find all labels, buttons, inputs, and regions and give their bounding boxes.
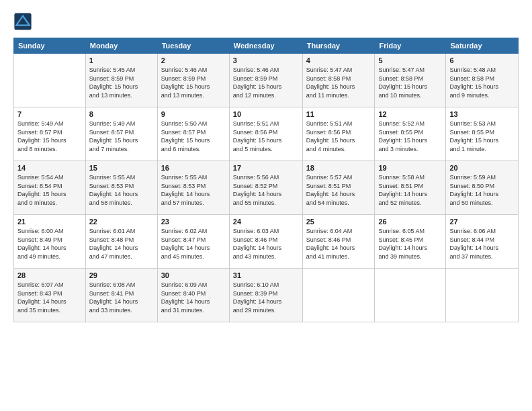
calendar-cell: 2Sunrise: 5:46 AM Sunset: 8:59 PM Daylig… bbox=[157, 54, 229, 107]
day-info: Sunrise: 6:02 AM Sunset: 8:47 PM Dayligh… bbox=[161, 227, 226, 261]
day-number: 14 bbox=[17, 164, 82, 172]
day-info: Sunrise: 6:04 AM Sunset: 8:46 PM Dayligh… bbox=[306, 227, 371, 261]
day-number: 22 bbox=[89, 218, 154, 226]
calendar-cell: 13Sunrise: 5:53 AM Sunset: 8:55 PM Dayli… bbox=[446, 107, 519, 161]
header bbox=[13, 12, 519, 31]
day-info: Sunrise: 5:46 AM Sunset: 8:59 PM Dayligh… bbox=[233, 66, 299, 99]
calendar-cell: 26Sunrise: 6:05 AM Sunset: 8:45 PM Dayli… bbox=[375, 215, 446, 269]
day-info: Sunrise: 6:05 AM Sunset: 8:45 PM Dayligh… bbox=[378, 227, 442, 261]
day-number: 2 bbox=[161, 56, 226, 64]
calendar-week-row: 28Sunrise: 6:07 AM Sunset: 8:43 PM Dayli… bbox=[14, 269, 519, 322]
calendar-week-row: 21Sunrise: 6:00 AM Sunset: 8:49 PM Dayli… bbox=[14, 215, 519, 269]
calendar-week-row: 7Sunrise: 5:49 AM Sunset: 8:57 PM Daylig… bbox=[14, 107, 519, 161]
day-info: Sunrise: 6:09 AM Sunset: 8:40 PM Dayligh… bbox=[161, 281, 226, 314]
day-number: 18 bbox=[306, 164, 371, 172]
day-info: Sunrise: 5:47 AM Sunset: 8:58 PM Dayligh… bbox=[306, 66, 371, 99]
calendar-cell: 17Sunrise: 5:56 AM Sunset: 8:52 PM Dayli… bbox=[229, 161, 302, 215]
calendar-cell: 24Sunrise: 6:03 AM Sunset: 8:46 PM Dayli… bbox=[229, 215, 302, 269]
calendar-cell: 7Sunrise: 5:49 AM Sunset: 8:57 PM Daylig… bbox=[14, 107, 86, 161]
day-info: Sunrise: 5:52 AM Sunset: 8:55 PM Dayligh… bbox=[378, 120, 442, 153]
day-number: 26 bbox=[378, 218, 442, 226]
day-number: 7 bbox=[17, 110, 82, 118]
day-info: Sunrise: 5:49 AM Sunset: 8:57 PM Dayligh… bbox=[89, 120, 154, 153]
calendar-cell: 10Sunrise: 5:51 AM Sunset: 8:56 PM Dayli… bbox=[229, 107, 302, 161]
day-info: Sunrise: 5:49 AM Sunset: 8:57 PM Dayligh… bbox=[17, 120, 82, 153]
calendar-cell: 9Sunrise: 5:50 AM Sunset: 8:57 PM Daylig… bbox=[157, 107, 229, 161]
calendar-week-row: 1Sunrise: 5:45 AM Sunset: 8:59 PM Daylig… bbox=[14, 54, 519, 107]
day-number: 5 bbox=[378, 56, 442, 64]
calendar-cell: 1Sunrise: 5:45 AM Sunset: 8:59 PM Daylig… bbox=[85, 54, 157, 107]
day-number: 10 bbox=[233, 110, 299, 118]
day-number: 27 bbox=[449, 218, 515, 226]
day-number: 16 bbox=[161, 164, 226, 172]
day-info: Sunrise: 5:53 AM Sunset: 8:55 PM Dayligh… bbox=[449, 120, 515, 153]
day-number: 17 bbox=[233, 164, 299, 172]
calendar-cell: 31Sunrise: 6:10 AM Sunset: 8:39 PM Dayli… bbox=[229, 269, 302, 322]
calendar-cell bbox=[302, 269, 375, 322]
page: SundayMondayTuesdayWednesdayThursdayFrid… bbox=[0, 0, 532, 411]
day-number: 20 bbox=[449, 164, 515, 172]
day-number: 29 bbox=[89, 271, 154, 279]
weekday-header-sunday: Sunday bbox=[14, 38, 86, 54]
day-number: 3 bbox=[233, 56, 299, 64]
day-number: 24 bbox=[233, 218, 299, 226]
day-number: 9 bbox=[161, 110, 226, 118]
calendar-cell: 15Sunrise: 5:55 AM Sunset: 8:53 PM Dayli… bbox=[85, 161, 157, 215]
calendar-cell: 21Sunrise: 6:00 AM Sunset: 8:49 PM Dayli… bbox=[14, 215, 86, 269]
day-number: 31 bbox=[233, 271, 299, 279]
day-info: Sunrise: 6:06 AM Sunset: 8:44 PM Dayligh… bbox=[449, 227, 515, 261]
day-number: 21 bbox=[17, 218, 82, 226]
calendar-cell: 27Sunrise: 6:06 AM Sunset: 8:44 PM Dayli… bbox=[446, 215, 519, 269]
day-number: 28 bbox=[17, 271, 82, 279]
day-number: 13 bbox=[449, 110, 515, 118]
calendar-cell: 25Sunrise: 6:04 AM Sunset: 8:46 PM Dayli… bbox=[302, 215, 375, 269]
weekday-header-tuesday: Tuesday bbox=[157, 38, 229, 54]
day-info: Sunrise: 5:46 AM Sunset: 8:59 PM Dayligh… bbox=[161, 66, 226, 99]
day-info: Sunrise: 5:51 AM Sunset: 8:56 PM Dayligh… bbox=[233, 120, 299, 153]
day-number: 25 bbox=[306, 218, 371, 226]
calendar-cell bbox=[14, 54, 86, 107]
day-info: Sunrise: 5:55 AM Sunset: 8:53 PM Dayligh… bbox=[89, 173, 154, 207]
day-info: Sunrise: 5:58 AM Sunset: 8:51 PM Dayligh… bbox=[378, 173, 442, 207]
calendar-week-row: 14Sunrise: 5:54 AM Sunset: 8:54 PM Dayli… bbox=[14, 161, 519, 215]
weekday-header-monday: Monday bbox=[85, 38, 157, 54]
calendar-cell: 19Sunrise: 5:58 AM Sunset: 8:51 PM Dayli… bbox=[375, 161, 446, 215]
day-number: 30 bbox=[161, 271, 226, 279]
calendar-cell: 30Sunrise: 6:09 AM Sunset: 8:40 PM Dayli… bbox=[157, 269, 229, 322]
calendar-cell: 6Sunrise: 5:48 AM Sunset: 8:58 PM Daylig… bbox=[446, 54, 519, 107]
calendar-cell: 14Sunrise: 5:54 AM Sunset: 8:54 PM Dayli… bbox=[14, 161, 86, 215]
calendar-cell: 28Sunrise: 6:07 AM Sunset: 8:43 PM Dayli… bbox=[14, 269, 86, 322]
day-info: Sunrise: 5:55 AM Sunset: 8:53 PM Dayligh… bbox=[161, 173, 226, 207]
calendar-cell: 29Sunrise: 6:08 AM Sunset: 8:41 PM Dayli… bbox=[85, 269, 157, 322]
calendar-cell: 20Sunrise: 5:59 AM Sunset: 8:50 PM Dayli… bbox=[446, 161, 519, 215]
day-number: 23 bbox=[161, 218, 226, 226]
calendar-cell: 8Sunrise: 5:49 AM Sunset: 8:57 PM Daylig… bbox=[85, 107, 157, 161]
day-number: 8 bbox=[89, 110, 154, 118]
weekday-header-friday: Friday bbox=[375, 38, 446, 54]
calendar-cell: 5Sunrise: 5:47 AM Sunset: 8:58 PM Daylig… bbox=[375, 54, 446, 107]
day-info: Sunrise: 6:08 AM Sunset: 8:41 PM Dayligh… bbox=[89, 281, 154, 314]
day-number: 12 bbox=[378, 110, 442, 118]
day-number: 11 bbox=[306, 110, 371, 118]
day-info: Sunrise: 5:48 AM Sunset: 8:58 PM Dayligh… bbox=[449, 66, 515, 99]
calendar-table: SundayMondayTuesdayWednesdayThursdayFrid… bbox=[13, 38, 519, 322]
day-info: Sunrise: 5:45 AM Sunset: 8:59 PM Dayligh… bbox=[89, 66, 154, 99]
day-info: Sunrise: 6:01 AM Sunset: 8:48 PM Dayligh… bbox=[89, 227, 154, 261]
calendar-cell bbox=[446, 269, 519, 322]
day-number: 4 bbox=[306, 56, 371, 64]
day-info: Sunrise: 5:51 AM Sunset: 8:56 PM Dayligh… bbox=[306, 120, 371, 153]
day-info: Sunrise: 6:07 AM Sunset: 8:43 PM Dayligh… bbox=[17, 281, 82, 314]
weekday-header-wednesday: Wednesday bbox=[229, 38, 302, 54]
calendar-cell: 12Sunrise: 5:52 AM Sunset: 8:55 PM Dayli… bbox=[375, 107, 446, 161]
day-info: Sunrise: 6:03 AM Sunset: 8:46 PM Dayligh… bbox=[233, 227, 299, 261]
day-number: 19 bbox=[378, 164, 442, 172]
day-info: Sunrise: 5:57 AM Sunset: 8:51 PM Dayligh… bbox=[306, 173, 371, 207]
logo-icon bbox=[13, 12, 32, 31]
calendar-cell: 18Sunrise: 5:57 AM Sunset: 8:51 PM Dayli… bbox=[302, 161, 375, 215]
calendar-cell: 11Sunrise: 5:51 AM Sunset: 8:56 PM Dayli… bbox=[302, 107, 375, 161]
day-info: Sunrise: 5:54 AM Sunset: 8:54 PM Dayligh… bbox=[17, 173, 82, 207]
day-number: 1 bbox=[89, 56, 154, 64]
day-info: Sunrise: 5:56 AM Sunset: 8:52 PM Dayligh… bbox=[233, 173, 299, 207]
logo bbox=[13, 12, 35, 31]
day-info: Sunrise: 6:00 AM Sunset: 8:49 PM Dayligh… bbox=[17, 227, 82, 261]
